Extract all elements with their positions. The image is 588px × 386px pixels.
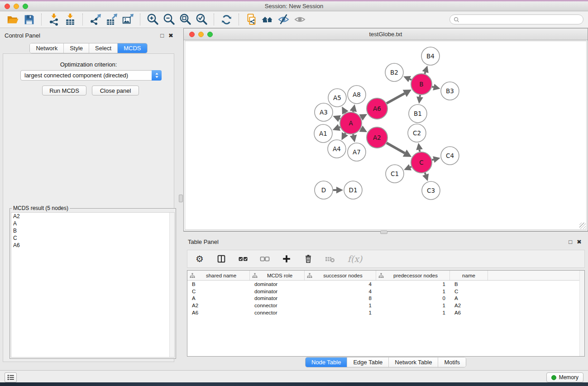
toolbar-separator bbox=[214, 14, 214, 25]
tab-network[interactable]: Network bbox=[30, 43, 64, 53]
open-session-button[interactable] bbox=[5, 12, 21, 27]
tab-motifs[interactable]: Motifs bbox=[438, 357, 466, 367]
graph-node-C2[interactable]: C2 bbox=[408, 124, 426, 142]
run-mcds-button[interactable]: Run MCDS bbox=[42, 86, 86, 95]
graph-node-B1[interactable]: B1 bbox=[409, 105, 427, 123]
graph-edge-C-C1[interactable] bbox=[410, 167, 411, 167]
graph-edge-A-A4[interactable] bbox=[345, 133, 345, 134]
graph-node-C[interactable]: C bbox=[411, 152, 432, 173]
table-row[interactable]: A2connector11A2 bbox=[187, 302, 584, 309]
column-header-predecessor-nodes[interactable]: predecessor nodes bbox=[376, 271, 450, 280]
graph-node-A1[interactable]: A1 bbox=[314, 124, 332, 143]
zoom-selected-button[interactable] bbox=[193, 12, 210, 27]
show-columns-button[interactable] bbox=[215, 253, 227, 265]
table-header-row: shared nameMCDS rolesuccessor nodesprede… bbox=[187, 271, 584, 281]
export-table-button[interactable] bbox=[103, 12, 120, 27]
result-item[interactable]: A bbox=[11, 220, 174, 227]
select-all-button[interactable] bbox=[237, 253, 249, 265]
tab-edge-table[interactable]: Edge Table bbox=[347, 357, 389, 367]
result-scrollbar[interactable] bbox=[169, 213, 174, 357]
memory-button[interactable]: Memory bbox=[546, 372, 583, 382]
tab-mcds[interactable]: MCDS bbox=[118, 43, 147, 53]
graph-node-C4[interactable]: C4 bbox=[441, 147, 459, 165]
column-header-successor-nodes[interactable]: successor nodes bbox=[305, 271, 376, 280]
import-network-button[interactable] bbox=[46, 12, 62, 27]
add-column-button[interactable] bbox=[281, 253, 292, 265]
graph-node-A4[interactable]: A4 bbox=[328, 140, 346, 158]
float-table-panel-icon[interactable]: □ bbox=[569, 238, 572, 246]
export-network-button[interactable] bbox=[87, 12, 103, 27]
table-settings-button[interactable]: ⚙ bbox=[194, 253, 206, 265]
result-item[interactable]: C bbox=[11, 234, 174, 242]
graph-edge-C-C3[interactable] bbox=[425, 173, 425, 175]
graph-node-C1[interactable]: C1 bbox=[386, 165, 404, 183]
close-panel-button[interactable]: Close panel bbox=[92, 86, 139, 95]
graph-edge-A-A1[interactable] bbox=[339, 127, 340, 128]
graph-edge-A6-B[interactable] bbox=[387, 93, 405, 103]
graph-node-B[interactable]: B bbox=[411, 74, 432, 95]
network-canvas[interactable]: B4B2BB3A8A5A6A3B1AA1C2A2A4A7C4CC1C3DD1 bbox=[185, 41, 587, 230]
column-header-MCDS-role[interactable]: MCDS role bbox=[250, 271, 305, 280]
save-session-button[interactable] bbox=[21, 12, 37, 27]
duplicate-network-button[interactable] bbox=[243, 12, 259, 27]
import-table-button[interactable] bbox=[62, 12, 78, 27]
apply-layout-button[interactable] bbox=[218, 12, 234, 27]
graph-node-A[interactable]: A bbox=[340, 112, 362, 134]
graph-edge-B-B3[interactable] bbox=[432, 87, 434, 87]
graph-node-D[interactable]: D bbox=[315, 181, 333, 199]
graph-node-A5[interactable]: A5 bbox=[328, 89, 346, 107]
close-panel-icon[interactable]: ✖ bbox=[168, 32, 173, 39]
graph-edge-A-A3[interactable] bbox=[339, 119, 340, 119]
mcds-result-list[interactable]: A2ABCA6 bbox=[11, 212, 175, 357]
column-header-name[interactable]: name bbox=[450, 271, 488, 280]
graph-edge-A2-C[interactable] bbox=[387, 143, 405, 153]
tab-style[interactable]: Style bbox=[64, 43, 89, 53]
graph-edge-B-B4[interactable] bbox=[425, 72, 425, 74]
result-item[interactable]: A6 bbox=[11, 242, 174, 249]
graph-edge-A-A7[interactable] bbox=[353, 134, 354, 135]
show-hide-button-disabled bbox=[292, 12, 308, 27]
column-header-shared-name[interactable]: shared name bbox=[187, 271, 250, 280]
graph-node-A3[interactable]: A3 bbox=[315, 103, 333, 121]
graph-node-A6[interactable]: A6 bbox=[367, 98, 387, 119]
deselect-all-button[interactable] bbox=[259, 253, 271, 265]
export-image-button[interactable] bbox=[120, 12, 136, 27]
vertical-splitter-grip[interactable] bbox=[179, 195, 183, 202]
graph-node-A8[interactable]: A8 bbox=[348, 86, 366, 104]
search-box[interactable] bbox=[449, 14, 583, 24]
graph-edge-C-C2[interactable] bbox=[420, 150, 420, 152]
graph-node-C3[interactable]: C3 bbox=[422, 181, 440, 200]
graph-node-B3[interactable]: B3 bbox=[441, 82, 459, 100]
graph-edge-C-C4[interactable] bbox=[432, 160, 434, 160]
network-window-titlebar[interactable]: testGlobe.txt bbox=[184, 29, 588, 40]
search-input[interactable] bbox=[459, 16, 579, 23]
zoom-in-button[interactable] bbox=[144, 12, 161, 27]
task-history-button[interactable] bbox=[5, 372, 17, 382]
delete-column-button[interactable] bbox=[302, 253, 314, 265]
show-all-networks-button[interactable] bbox=[259, 12, 276, 27]
graph-edge-B-B2[interactable] bbox=[410, 79, 411, 80]
hide-show-panels-button[interactable] bbox=[276, 12, 292, 27]
result-item[interactable]: B bbox=[11, 227, 174, 234]
table-row[interactable]: A6connector11A6 bbox=[187, 309, 584, 316]
window-resize-grip[interactable] bbox=[579, 223, 586, 229]
table-row[interactable]: Bdominator41B bbox=[187, 281, 584, 288]
graph-node-B4[interactable]: B4 bbox=[421, 47, 440, 65]
graph-node-B2[interactable]: B2 bbox=[385, 63, 403, 81]
zoom-out-button[interactable] bbox=[161, 12, 177, 27]
float-panel-icon[interactable]: □ bbox=[160, 32, 164, 39]
optimization-criterion-select[interactable]: largest connected component (directed) bbox=[20, 70, 162, 81]
graph-node-A7[interactable]: A7 bbox=[348, 143, 366, 161]
tab-node-table[interactable]: Node Table bbox=[306, 357, 348, 367]
zoom-fit-button[interactable] bbox=[177, 12, 193, 27]
result-item[interactable]: A2 bbox=[11, 213, 174, 220]
table-row[interactable]: Cdominator41C bbox=[187, 288, 584, 295]
tab-network-table[interactable]: Network Table bbox=[389, 357, 438, 367]
tab-select[interactable]: Select bbox=[89, 43, 118, 53]
close-table-panel-icon[interactable]: ✖ bbox=[577, 238, 582, 246]
table-scrollbar[interactable] bbox=[579, 271, 584, 356]
graph-node-D1[interactable]: D1 bbox=[344, 181, 362, 199]
table-row[interactable]: Adominator80A bbox=[187, 295, 584, 302]
graph-edge-B-B1[interactable] bbox=[420, 95, 421, 97]
graph-node-A2[interactable]: A2 bbox=[367, 127, 387, 148]
